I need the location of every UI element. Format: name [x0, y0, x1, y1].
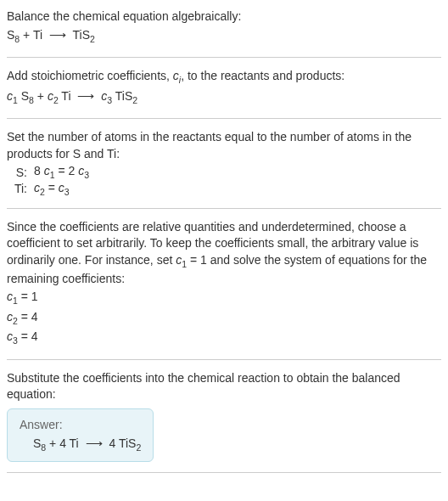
ti: Ti — [59, 89, 75, 103]
arrow-icon: ⟶ — [86, 436, 103, 450]
text: , to the reactants and products: — [181, 69, 344, 82]
species-s8: S — [7, 28, 14, 42]
plus-ti: + Ti — [20, 28, 46, 42]
s-balance-eq: 8 c1 = 2 c3 — [34, 164, 89, 180]
val: = 4 — [18, 329, 38, 343]
section-solve: Since the coefficients are relative quan… — [7, 219, 441, 360]
ti-label: Ti: — [7, 182, 27, 195]
balanced-equation: S8 + 4 Ti ⟶ 4 TiS2 — [33, 436, 141, 453]
sub: 2 — [132, 94, 137, 104]
text: = 2 — [55, 164, 79, 177]
atoms-text: Set the number of atoms in the reactants… — [7, 129, 441, 162]
sub: 3 — [84, 170, 89, 180]
section-stoichiometric: Add stoichiometric coefficients, ci, to … — [7, 68, 441, 119]
section-problem: Balance the chemical equation algebraica… — [7, 8, 441, 58]
c2: c — [48, 89, 53, 103]
tis2: TiS — [112, 89, 132, 103]
c1-value: c1 = 1 — [7, 289, 441, 307]
section-atoms: Set the number of atoms in the reactants… — [7, 129, 441, 209]
answer-box: Answer: S8 + 4 Ti ⟶ 4 TiS2 — [7, 408, 154, 462]
s-balance-row: S: 8 c1 = 2 c3 — [7, 164, 441, 180]
coeff-equation: c1 S8 + c2 Ti ⟶ c3 TiS2 — [7, 88, 441, 106]
s8: S — [18, 89, 29, 103]
sub: 3 — [64, 187, 70, 197]
s8: S — [33, 436, 41, 450]
c: c — [7, 329, 13, 343]
text: Add stoichiometric coefficients, — [7, 69, 173, 82]
val: = 1 — [18, 290, 38, 303]
s-label: S: — [7, 166, 27, 179]
arrow-icon: ⟶ — [49, 27, 66, 44]
c2-value: c2 = 4 — [7, 309, 441, 327]
c3-value: c3 = 4 — [7, 329, 441, 346]
solve-text: Since the coefficients are relative quan… — [7, 219, 441, 287]
sub: 2 — [136, 442, 141, 453]
plus: + — [34, 89, 48, 103]
text: 8 — [34, 164, 44, 177]
answer-label: Answer: — [20, 418, 141, 431]
sub: 2 — [90, 33, 95, 43]
ti-balance-eq: c2 = c3 — [34, 181, 70, 197]
substitute-text: Substitute the coefficients into the che… — [7, 370, 441, 403]
unbalanced-equation: S8 + Ti ⟶ TiS2 — [7, 27, 441, 45]
ti-balance-row: Ti: c2 = c3 — [7, 181, 441, 197]
c1: c — [44, 164, 50, 177]
species-tis2: TiS — [70, 28, 90, 42]
rhs: 4 TiS — [106, 436, 137, 450]
mid: + 4 Ti — [46, 436, 81, 450]
c: c — [7, 290, 13, 303]
ci: c — [173, 69, 179, 82]
problem-statement: Balance the chemical equation algebraica… — [7, 8, 441, 25]
c2: c — [34, 181, 40, 194]
text: = — [45, 181, 59, 194]
c1: c — [7, 89, 13, 103]
c3: c — [59, 181, 64, 194]
c: c — [7, 310, 13, 324]
section-answer: Substitute the coefficients into the che… — [7, 370, 441, 473]
arrow-icon: ⟶ — [77, 88, 94, 105]
val: = 4 — [18, 310, 38, 324]
stoich-text: Add stoichiometric coefficients, ci, to … — [7, 68, 441, 86]
c3: c — [98, 89, 107, 103]
